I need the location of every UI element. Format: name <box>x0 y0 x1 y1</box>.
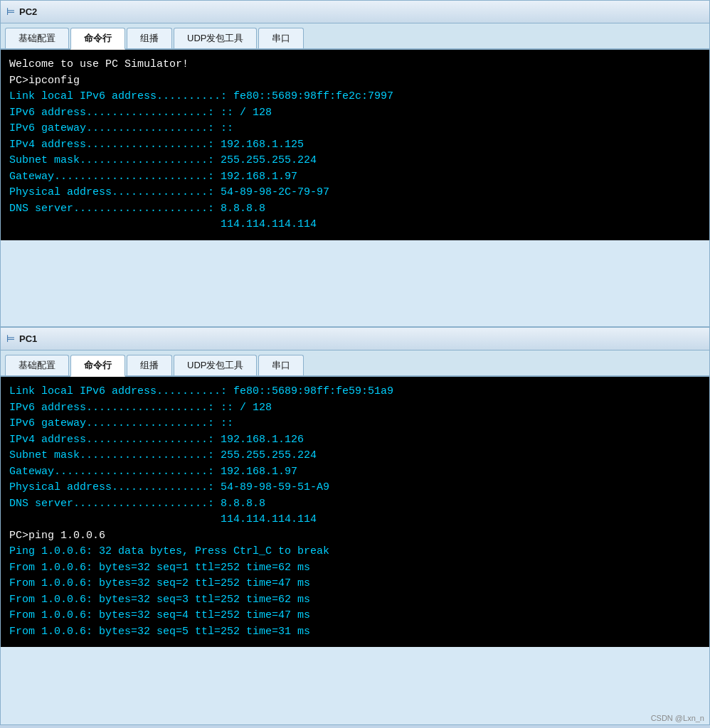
pc1-title-bar: ⊨ PC1 <box>1 328 709 350</box>
pc2-title: PC2 <box>19 6 37 17</box>
terminal-line: DNS server.....................: 8.8.8.8 <box>9 201 701 218</box>
terminal-line: From 1.0.0.6: bytes=32 seq=3 ttl=252 tim… <box>9 592 701 609</box>
pc1-window: ⊨ PC1 基础配置 命令行 组播 UDP发包工具 串口 Link local … <box>0 327 710 725</box>
terminal-line: Physical address...............: 54-89-9… <box>9 480 701 496</box>
terminal-line: From 1.0.0.6: bytes=32 seq=4 ttl=252 tim… <box>9 608 701 624</box>
watermark: CSDN @Lxn_n <box>651 714 704 722</box>
terminal-line: Gateway........................: 192.168… <box>9 464 701 481</box>
tab-pc2-udp[interactable]: UDP发包工具 <box>174 28 257 48</box>
terminal-line: 114.114.114.114 <box>9 217 701 233</box>
pc2-terminal[interactable]: Welcome to use PC Simulator!PC>ipconfigL… <box>1 50 709 240</box>
tab-pc1-cmdline[interactable]: 命令行 <box>70 355 125 377</box>
pc1-tab-bar: 基础配置 命令行 组播 UDP发包工具 串口 <box>1 350 709 377</box>
terminal-line: 114.114.114.114 <box>9 512 701 528</box>
tab-pc1-udp[interactable]: UDP发包工具 <box>174 355 257 375</box>
tab-pc2-multicast[interactable]: 组播 <box>127 28 172 48</box>
terminal-line: DNS server.....................: 8.8.8.8 <box>9 496 701 513</box>
tab-pc2-basic[interactable]: 基础配置 <box>5 28 69 48</box>
pc1-terminal[interactable]: Link local IPv6 address..........: fe80:… <box>1 377 709 647</box>
tab-pc2-serial[interactable]: 串口 <box>258 28 304 48</box>
terminal-line: From 1.0.0.6: bytes=32 seq=2 ttl=252 tim… <box>9 576 701 592</box>
terminal-line: Physical address...............: 54-89-9… <box>9 185 701 201</box>
terminal-line: IPv6 gateway...................: :: <box>9 416 701 432</box>
terminal-line: IPv4 address...................: 192.168… <box>9 432 701 449</box>
pc2-tab-bar: 基础配置 命令行 组播 UDP发包工具 串口 <box>1 23 709 50</box>
tab-pc2-cmdline[interactable]: 命令行 <box>70 28 125 50</box>
tab-pc1-multicast[interactable]: 组播 <box>127 355 172 375</box>
terminal-line: IPv6 address...................: :: / 12… <box>9 400 701 417</box>
terminal-line: Ping 1.0.0.6: 32 data bytes, Press Ctrl_… <box>9 544 701 560</box>
pc2-title-bar: ⊨ PC2 <box>1 1 709 23</box>
terminal-line: IPv4 address...................: 192.168… <box>9 137 701 154</box>
terminal-line: From 1.0.0.6: bytes=32 seq=5 ttl=252 tim… <box>9 624 701 641</box>
terminal-line: Gateway........................: 192.168… <box>9 169 701 186</box>
tab-pc1-basic[interactable]: 基础配置 <box>5 355 69 375</box>
pc1-title: PC1 <box>19 333 37 344</box>
pc1-icon: ⊨ <box>6 333 15 345</box>
terminal-line: From 1.0.0.6: bytes=32 seq=1 ttl=252 tim… <box>9 560 701 577</box>
terminal-line: IPv6 address...................: :: / 12… <box>9 105 701 122</box>
terminal-line: Link local IPv6 address..........: fe80:… <box>9 89 701 105</box>
terminal-line: Welcome to use PC Simulator! <box>9 57 701 73</box>
pc2-window: ⊨ PC2 基础配置 命令行 组播 UDP发包工具 串口 Welcome to … <box>0 0 710 327</box>
terminal-line: Subnet mask....................: 255.255… <box>9 448 701 464</box>
terminal-line: IPv6 gateway...................: :: <box>9 121 701 137</box>
terminal-line: Link local IPv6 address..........: fe80:… <box>9 384 701 400</box>
terminal-line: PC>ping 1.0.0.6 <box>9 528 701 545</box>
terminal-line: Subnet mask....................: 255.255… <box>9 153 701 169</box>
terminal-line: PC>ipconfig <box>9 73 701 90</box>
pc2-icon: ⊨ <box>6 6 15 18</box>
tab-pc1-serial[interactable]: 串口 <box>258 355 304 375</box>
